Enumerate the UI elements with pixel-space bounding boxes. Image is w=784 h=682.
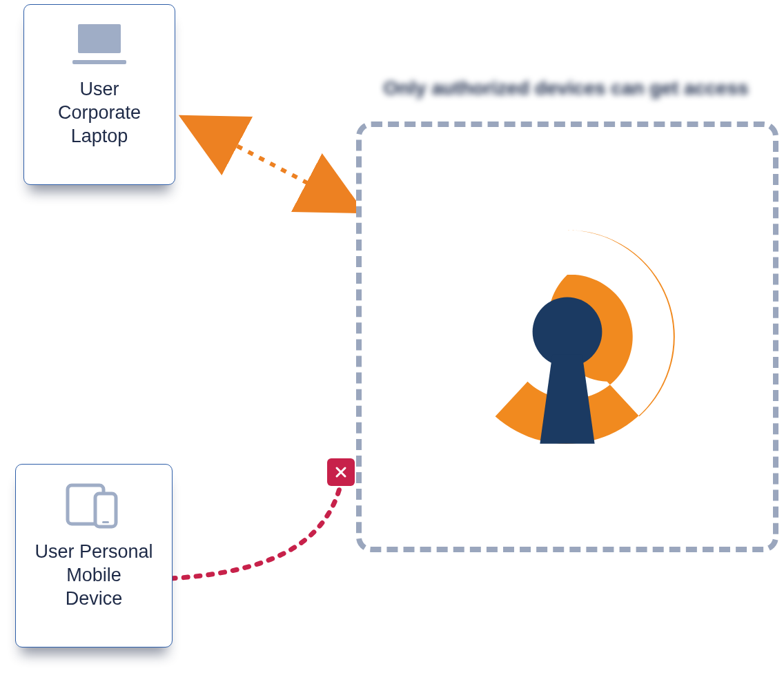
node-corporate-laptop: User Corporate Laptop [23,4,175,185]
node-personal-mobile: User Personal Mobile Device [15,464,173,647]
laptop-icon [37,20,162,68]
vpn-access-box [356,121,778,552]
svg-rect-1 [72,60,126,64]
connector-allowed [193,123,351,206]
box-title: Only authorized devices can get access [359,77,773,99]
blocked-badge [327,458,355,486]
svg-rect-4 [102,521,109,523]
diagram-stage: User Corporate Laptop User Personal Mobi… [0,0,784,682]
connector-blocked [171,483,341,578]
close-icon [334,465,348,479]
node-label: User Personal Mobile Device [35,540,153,610]
svg-rect-0 [78,24,121,53]
openvpn-logo-icon [443,213,692,461]
devices-icon [28,480,159,531]
node-label: User Corporate Laptop [58,78,141,148]
